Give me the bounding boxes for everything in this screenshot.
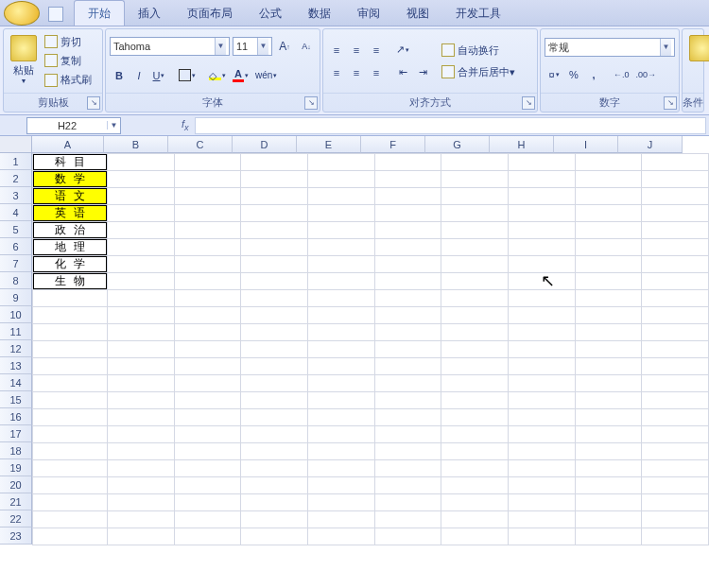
cell[interactable]: [374, 358, 441, 375]
cell[interactable]: [33, 307, 108, 324]
cell[interactable]: 语文: [33, 188, 108, 205]
cell[interactable]: [575, 494, 642, 511]
cell[interactable]: [107, 494, 174, 511]
italic-button[interactable]: I: [130, 66, 148, 85]
cell[interactable]: [508, 205, 575, 222]
cell[interactable]: [642, 528, 709, 545]
chevron-down-icon[interactable]: ▼: [215, 38, 226, 55]
cell[interactable]: [374, 222, 441, 239]
tab-formula[interactable]: 公式: [246, 1, 295, 26]
cell[interactable]: [441, 171, 509, 188]
cell[interactable]: [575, 392, 642, 409]
decrease-decimal-button[interactable]: .00→: [633, 65, 660, 84]
orientation-button[interactable]: ↗▾: [393, 41, 412, 60]
cell[interactable]: [575, 358, 642, 375]
cell[interactable]: [33, 358, 108, 375]
cell[interactable]: [107, 443, 174, 460]
cell[interactable]: [508, 324, 575, 341]
cell[interactable]: [374, 392, 441, 409]
align-middle-button[interactable]: ≡: [347, 41, 366, 60]
cell[interactable]: [241, 358, 308, 375]
cell[interactable]: [307, 290, 374, 307]
row-header[interactable]: 16: [0, 408, 32, 425]
row-header[interactable]: 23: [0, 527, 32, 545]
cell[interactable]: [241, 477, 308, 494]
qat-save-icon[interactable]: [48, 7, 63, 22]
cell[interactable]: [307, 460, 374, 477]
row-header[interactable]: 5: [0, 221, 32, 238]
cell[interactable]: [174, 426, 241, 443]
cell[interactable]: [241, 171, 308, 188]
merge-center-button[interactable]: 合并后居中▾: [438, 63, 519, 81]
cell[interactable]: [508, 494, 575, 511]
cell[interactable]: [174, 256, 241, 273]
cut-button[interactable]: 剪切: [41, 33, 95, 51]
cell[interactable]: [174, 341, 241, 358]
cell[interactable]: [441, 239, 509, 256]
cell[interactable]: [174, 239, 241, 256]
cell[interactable]: [241, 426, 308, 443]
cell[interactable]: [174, 494, 241, 511]
cell[interactable]: [307, 256, 374, 273]
cell[interactable]: [107, 392, 174, 409]
cell[interactable]: [575, 528, 642, 545]
cell[interactable]: [33, 324, 108, 341]
cell[interactable]: [307, 239, 374, 256]
cell[interactable]: [441, 307, 509, 324]
cell[interactable]: [374, 154, 441, 171]
format-painter-button[interactable]: 格式刷: [41, 71, 95, 89]
cell[interactable]: [33, 528, 108, 545]
office-button[interactable]: [4, 1, 40, 26]
cell[interactable]: [575, 222, 642, 239]
cell[interactable]: [642, 324, 709, 341]
cell[interactable]: [374, 256, 441, 273]
number-format-combo[interactable]: 常规▼: [545, 38, 675, 57]
cell[interactable]: [241, 528, 308, 545]
cell[interactable]: 英语: [33, 205, 108, 222]
cell[interactable]: [174, 205, 241, 222]
cell[interactable]: [307, 528, 374, 545]
cell[interactable]: [107, 324, 174, 341]
cell[interactable]: [107, 290, 174, 307]
cell[interactable]: [575, 171, 642, 188]
cell[interactable]: [642, 477, 709, 494]
row-header[interactable]: 8: [0, 272, 32, 289]
align-left-button[interactable]: ≡: [327, 63, 346, 82]
cell[interactable]: [241, 511, 308, 528]
cell[interactable]: [642, 239, 709, 256]
shrink-font-button[interactable]: A↓: [297, 37, 316, 56]
cell[interactable]: [174, 375, 241, 392]
cell[interactable]: [307, 511, 374, 528]
cell[interactable]: [307, 392, 374, 409]
column-header[interactable]: I: [554, 136, 618, 153]
cell[interactable]: [107, 205, 174, 222]
fx-icon[interactable]: fx: [182, 118, 189, 132]
column-header[interactable]: G: [425, 136, 490, 153]
cell[interactable]: [575, 460, 642, 477]
cell[interactable]: [441, 358, 509, 375]
cell[interactable]: [107, 154, 174, 171]
cell[interactable]: [441, 324, 509, 341]
cell[interactable]: [241, 239, 308, 256]
cell[interactable]: [374, 171, 441, 188]
cell[interactable]: [107, 222, 174, 239]
cell[interactable]: [241, 273, 308, 290]
decrease-indent-button[interactable]: ⇤: [393, 63, 412, 82]
cell[interactable]: [241, 205, 308, 222]
cell[interactable]: [575, 477, 642, 494]
cell[interactable]: [575, 443, 642, 460]
cell[interactable]: [107, 273, 174, 290]
cell[interactable]: [575, 324, 642, 341]
cell[interactable]: [508, 358, 575, 375]
cell[interactable]: [575, 256, 642, 273]
cell[interactable]: [241, 409, 308, 426]
cell[interactable]: [575, 205, 642, 222]
row-header[interactable]: 7: [0, 255, 32, 272]
cell[interactable]: [441, 392, 509, 409]
cell[interactable]: [307, 324, 374, 341]
cell[interactable]: [374, 188, 441, 205]
row-header[interactable]: 6: [0, 238, 32, 255]
paste-button[interactable]: 粘贴 ▼: [7, 32, 41, 90]
cell[interactable]: [107, 171, 174, 188]
cell[interactable]: [33, 290, 108, 307]
